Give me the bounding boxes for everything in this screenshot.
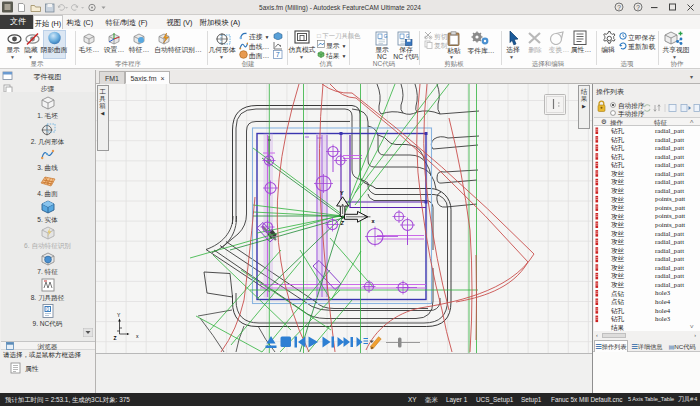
- svg-text:攻丝: 攻丝: [611, 247, 625, 254]
- svg-text:radial_patt: radial_patt: [655, 247, 684, 254]
- svg-text:hole4: hole4: [655, 298, 671, 305]
- svg-text:radial_patt: radial_patt: [655, 255, 684, 262]
- svg-text:hole3: hole3: [655, 315, 671, 322]
- svg-text:Y: Y: [117, 312, 121, 318]
- svg-text:radial_patt: radial_patt: [655, 230, 684, 237]
- svg-text:radial_patt: radial_patt: [655, 238, 684, 245]
- svg-text:points_patt: points_patt: [655, 221, 685, 228]
- svg-text:?: ?: [617, 4, 621, 11]
- svg-text:hole4: hole4: [655, 307, 671, 314]
- svg-text:钻孔: 钻孔: [610, 161, 625, 169]
- svg-text:Z: Z: [340, 220, 345, 226]
- svg-text:hole3: hole3: [655, 289, 671, 296]
- svg-text:攻丝: 攻丝: [611, 230, 625, 237]
- svg-text:0: 0: [46, 306, 49, 312]
- svg-text:x: x: [136, 333, 139, 339]
- svg-text:攻丝: 攻丝: [611, 187, 625, 194]
- svg-text:G: G: [406, 34, 410, 39]
- svg-text:radial_patt: radial_patt: [655, 136, 684, 143]
- svg-text:攻丝: 攻丝: [611, 255, 625, 262]
- svg-text:钻孔: 钻孔: [610, 315, 625, 323]
- svg-text:Y: Y: [340, 190, 344, 196]
- svg-text:点钻: 点钻: [611, 290, 625, 298]
- svg-text:radial_patt: radial_patt: [655, 178, 684, 185]
- svg-text:points_patt: points_patt: [655, 195, 685, 202]
- svg-text:?: ?: [636, 4, 640, 11]
- svg-text:radial_patt: radial_patt: [655, 153, 684, 160]
- svg-text:Z: Z: [114, 335, 117, 341]
- svg-text:钻孔: 钻孔: [610, 153, 625, 161]
- svg-text:radial_patt: radial_patt: [655, 187, 684, 194]
- svg-text:钻孔: 钻孔: [610, 144, 625, 152]
- svg-text:points_patt: points_patt: [655, 204, 685, 211]
- svg-text:攻丝: 攻丝: [611, 204, 625, 211]
- svg-text:结果: 结果: [611, 324, 625, 331]
- svg-text:points_patt: points_patt: [655, 212, 685, 219]
- svg-text:G: G: [384, 34, 388, 39]
- svg-text:radial_patt: radial_patt: [655, 161, 684, 168]
- svg-text:攻丝: 攻丝: [611, 264, 625, 271]
- svg-text:点钻: 点钻: [611, 298, 625, 306]
- svg-text:radial_patt: radial_patt: [655, 127, 684, 134]
- svg-text:7: 7: [276, 51, 280, 58]
- svg-text:攻丝: 攻丝: [611, 196, 625, 203]
- svg-text:攻丝: 攻丝: [611, 221, 625, 228]
- svg-text:x: x: [372, 218, 376, 224]
- svg-text:radial_patt: radial_patt: [655, 170, 684, 177]
- svg-text:攻丝: 攻丝: [611, 272, 625, 279]
- svg-text:钻孔: 钻孔: [610, 127, 625, 135]
- svg-text:radial_patt: radial_patt: [655, 264, 684, 271]
- svg-text:radial_patt: radial_patt: [655, 144, 684, 151]
- svg-text:radial_patt: radial_patt: [655, 272, 684, 279]
- svg-text:钻孔: 钻孔: [610, 307, 625, 315]
- svg-text:钻孔: 钻孔: [610, 136, 625, 144]
- svg-text:攻丝: 攻丝: [611, 238, 625, 245]
- svg-text:攻丝: 攻丝: [611, 213, 625, 220]
- svg-text:攻丝: 攻丝: [611, 178, 625, 185]
- svg-text:radial_patt: radial_patt: [655, 281, 684, 288]
- svg-text:攻丝: 攻丝: [611, 170, 625, 177]
- svg-text:攻丝: 攻丝: [611, 281, 625, 288]
